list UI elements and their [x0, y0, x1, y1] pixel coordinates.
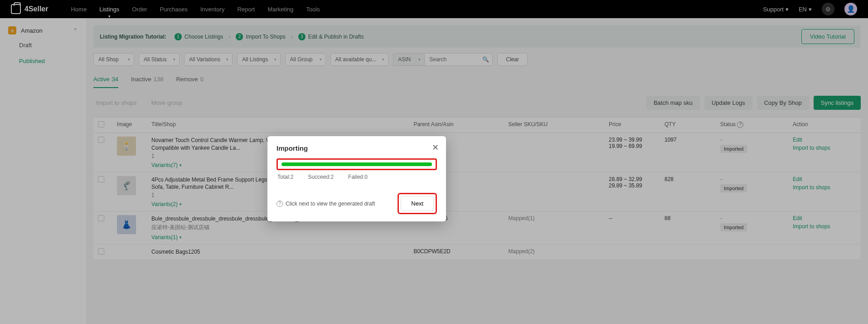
importing-modal: Importing ✕ Total:2 Succeed:2 Failed:0 ?…: [267, 136, 446, 221]
modal-footer: ? Click next to view the generated draft…: [276, 193, 437, 214]
stat-failed: Failed:0: [348, 174, 368, 180]
progress-highlight: [276, 158, 437, 170]
progress-bar: [281, 162, 432, 166]
next-highlight: Next: [398, 193, 437, 214]
modal-hint-text: Click next to view the generated draft: [286, 201, 375, 207]
info-icon: ?: [276, 201, 283, 207]
modal-hint: ? Click next to view the generated draft: [276, 201, 375, 207]
import-stats: Total:2 Succeed:2 Failed:0: [277, 174, 436, 180]
modal-title: Importing: [276, 144, 437, 152]
close-icon[interactable]: ✕: [432, 142, 439, 152]
next-button[interactable]: Next: [401, 196, 434, 211]
stat-succeed: Succeed:2: [308, 174, 334, 180]
stat-total: Total:2: [277, 174, 293, 180]
